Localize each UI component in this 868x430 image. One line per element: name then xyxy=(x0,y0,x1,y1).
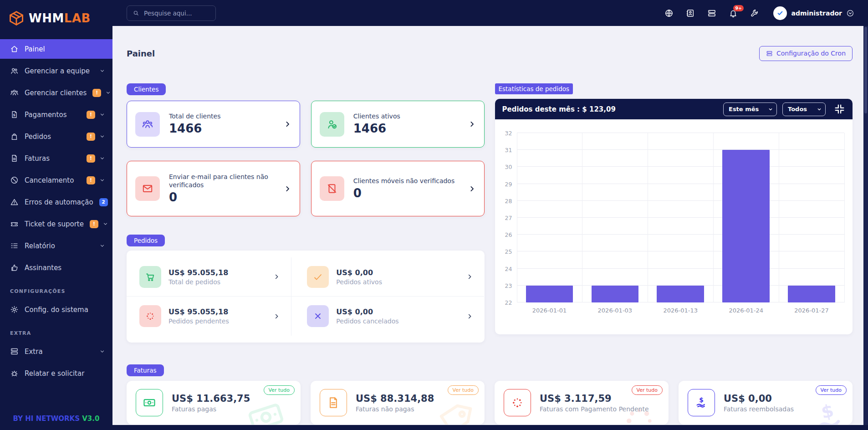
y-tick-label: 31 xyxy=(505,147,512,154)
chart-bar[interactable] xyxy=(722,150,770,302)
faturas-nao-pagas-card[interactable]: US$ 88.314,88 Faturas não pagas Ver tudo xyxy=(311,381,485,425)
chart-bar[interactable] xyxy=(592,286,639,302)
ver-tudo-button[interactable]: Ver tudo xyxy=(816,385,847,395)
sidebar-item-pedidos[interactable]: Pedidos ! xyxy=(0,127,112,146)
brand-lab: LAB xyxy=(64,11,91,25)
x-tick-label: 2026-01-03 xyxy=(582,307,648,314)
clientes-ativos-card[interactable]: Clientes ativos 1466 xyxy=(311,101,485,148)
sidebar-item-extra[interactable]: Extra xyxy=(0,342,112,361)
chevron-right-icon[interactable] xyxy=(468,120,476,128)
vertical-scrollbar[interactable] xyxy=(863,26,868,425)
dollar-watermark-icon xyxy=(806,395,852,425)
x-tick-label: 2026-01-01 xyxy=(517,307,582,314)
search-input[interactable] xyxy=(144,10,210,17)
sidebar-item-gerenciar-clientes[interactable]: Gerenciar clientes ! xyxy=(0,83,112,102)
sidebar-item-gerenciar-equipe[interactable]: Gerenciar a equipe xyxy=(0,61,112,81)
address-book-button[interactable] xyxy=(686,9,695,18)
chevron-right-icon[interactable] xyxy=(468,185,476,193)
faturas-pagas-card[interactable]: US$ 11.663,75 Faturas pagas Ver tudo xyxy=(127,381,301,425)
ver-tudo-button[interactable]: Ver tudo xyxy=(264,385,295,395)
pedido-label: Pedidos cancelados xyxy=(336,317,398,325)
sidebar-item-config-sistema[interactable]: Config. do sistema xyxy=(0,300,112,319)
sidebar-item-assinantes[interactable]: Assinantes xyxy=(0,258,112,277)
chevron-right-icon[interactable] xyxy=(284,185,291,193)
moveis-nao-verificados-card[interactable]: Clientes móveis não verificados 0 xyxy=(311,161,485,216)
total-pedidos-item[interactable]: US$ 95.055,18 Total de pedidos xyxy=(127,257,291,297)
pedidos-ativos-item[interactable]: US$ 0,00 Pedidos ativos xyxy=(291,257,484,297)
brand-logo[interactable]: WHMLAB xyxy=(0,0,112,29)
sidebar-item-pagamentos[interactable]: Pagamentos ! xyxy=(0,105,112,124)
chevron-right-icon[interactable] xyxy=(273,273,280,280)
tag-watermark-icon xyxy=(432,396,477,425)
pedidos-cancelados-item[interactable]: US$ 0,00 Pedidos cancelados xyxy=(291,297,484,336)
sidebar-item-relatar-solicitar[interactable]: Relatar e solicitar xyxy=(0,363,112,383)
gridline xyxy=(517,184,845,184)
sidebar-item-erros-automacao[interactable]: Erros de automação 2 xyxy=(0,192,112,212)
y-tick-label: 28 xyxy=(505,198,512,205)
list-icon xyxy=(10,241,19,250)
email-nao-verificados-card[interactable]: Enviar e-mail para clientes não verifica… xyxy=(127,161,300,216)
warning-triangle-icon xyxy=(10,198,19,206)
chevron-down-icon xyxy=(99,177,105,183)
gridline xyxy=(517,200,845,201)
chevron-right-icon[interactable] xyxy=(466,273,473,280)
faturas-reembolsadas-card[interactable]: US$ 0,00 Faturas reembolsadas Ver tudo xyxy=(679,381,853,425)
brand-whm: WHM xyxy=(29,11,64,25)
gridline xyxy=(517,217,845,218)
chart-bar[interactable] xyxy=(788,286,835,302)
wrench-icon xyxy=(750,9,759,18)
sidebar-item-relatorio[interactable]: Relatório xyxy=(0,236,112,256)
search-box[interactable] xyxy=(127,5,216,21)
sidebar-item-cancelamento[interactable]: Cancelamento ! xyxy=(0,170,112,190)
user-menu[interactable]: administrador xyxy=(773,6,854,20)
total-clientes-card[interactable]: Total de clientes 1466 xyxy=(127,101,300,148)
server-button[interactable] xyxy=(707,9,716,18)
stat-label: Clientes ativos xyxy=(353,112,400,121)
gridline xyxy=(517,234,845,235)
scrollbar-thumb[interactable] xyxy=(864,27,867,113)
cron-config-button[interactable]: Configuração do Cron xyxy=(759,46,853,61)
chevron-right-icon[interactable] xyxy=(284,120,291,128)
fatura-value: US$ 88.314,88 xyxy=(356,393,434,404)
y-tick-label: 24 xyxy=(505,266,512,272)
sidebar-item-painel[interactable]: Painel xyxy=(0,39,112,59)
y-tick-label: 32 xyxy=(505,130,512,137)
range-select[interactable]: Este mês xyxy=(723,102,777,116)
stat-value: 1466 xyxy=(169,122,220,136)
chevron-down-icon xyxy=(99,155,105,161)
right-column: Estatísticas de pedidos Pedidos deste mê… xyxy=(495,83,853,334)
notifications-button[interactable]: 9+ xyxy=(729,9,738,18)
chart-x-axis: 2026-01-012026-01-032026-01-132026-01-24… xyxy=(517,307,845,314)
chart-bar[interactable] xyxy=(657,286,704,302)
globe-button[interactable] xyxy=(664,9,674,18)
sidebar-item-label: Gerenciar clientes xyxy=(25,89,87,97)
scope-select[interactable]: Todos xyxy=(782,102,826,116)
pedido-label: Pedidos pendentes xyxy=(168,317,229,325)
gridline-vertical xyxy=(779,133,779,302)
chart-bar[interactable] xyxy=(526,286,573,302)
collapse-icon[interactable] xyxy=(834,103,845,115)
pedidos-pendentes-item[interactable]: US$ 95.055,18 Pedidos pendentes xyxy=(127,297,291,336)
topbar: 9+ administrador xyxy=(112,0,868,26)
footer-credit: BY HI NETWORKS xyxy=(13,415,80,423)
check-icon xyxy=(307,266,329,288)
sidebar-item-ticket-suporte[interactable]: Ticket de suporte ! xyxy=(0,214,112,234)
faturas-pagamento-pendente-card[interactable]: US$ 3.117,59 Faturas com Pagamento Pende… xyxy=(495,381,669,425)
fatura-label: Faturas com Pagamento Pendente xyxy=(540,405,649,413)
faturas-section: Faturas US$ 11.663,75 Faturas pagas Ver … xyxy=(127,364,853,425)
gridline xyxy=(517,251,845,251)
gridline-vertical xyxy=(713,133,714,302)
ver-tudo-button[interactable]: Ver tudo xyxy=(448,385,479,395)
ver-tudo-button[interactable]: Ver tudo xyxy=(632,385,663,395)
alert-badge: ! xyxy=(87,111,95,119)
y-tick-label: 30 xyxy=(505,164,512,170)
sidebar-section-configuracoes: CONFIGURAÇÕES xyxy=(10,288,112,294)
chevron-right-icon[interactable] xyxy=(466,313,473,320)
clientes-section-badge: Clientes xyxy=(127,83,166,95)
x-tick-label: 2026-01-24 xyxy=(713,307,779,314)
bottom-bar xyxy=(0,425,868,430)
chevron-right-icon[interactable] xyxy=(273,313,280,320)
tools-button[interactable] xyxy=(750,9,759,18)
sidebar-item-faturas[interactable]: Faturas ! xyxy=(0,148,112,168)
envelope-icon xyxy=(135,176,160,201)
